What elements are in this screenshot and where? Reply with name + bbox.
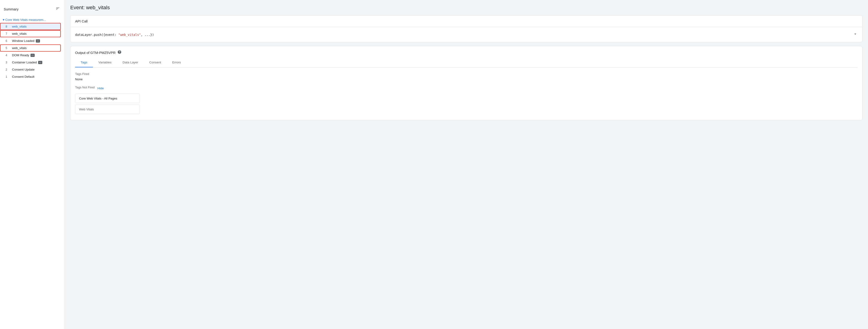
chevron-icon: ▾ bbox=[3, 18, 4, 22]
sidebar: Summary ▾ Core Web Vitals measurem... 8 … bbox=[0, 0, 65, 329]
api-call-body: dataLayer.push({event: "web_vitals", ...… bbox=[70, 27, 862, 42]
output-card: Output of GTM-PMZ5VPR Tags Variables Dat… bbox=[70, 46, 863, 120]
sidebar-item-3[interactable]: 3 Container Loaded bbox=[0, 59, 63, 66]
item-number-5: 5 bbox=[5, 46, 10, 50]
sidebar-item-4[interactable]: 4 DOM Ready bbox=[0, 52, 63, 59]
item-label-6: Window Loaded bbox=[12, 39, 34, 43]
tab-tags[interactable]: Tags bbox=[75, 58, 93, 67]
sidebar-item-5[interactable]: 5 web_vitals bbox=[0, 45, 61, 52]
sidebar-group-header[interactable]: ▾ Core Web Vitals measurem... bbox=[0, 17, 64, 23]
tags-not-fired-label: Tags Not Fired bbox=[75, 86, 95, 89]
tab-data-layer[interactable]: Data Layer bbox=[117, 58, 144, 67]
group-label: Core Web Vitals measurem... bbox=[5, 18, 46, 22]
code-badge-3 bbox=[38, 61, 42, 64]
api-call-card: API Call dataLayer.push({event: "web_vit… bbox=[70, 15, 863, 42]
item-label-8: web_vitals bbox=[12, 25, 27, 28]
filter-icon bbox=[56, 6, 60, 11]
hide-link[interactable]: Hide bbox=[97, 86, 104, 90]
item-label-2: Consent Update bbox=[12, 68, 35, 71]
item-label-5: web_vitals bbox=[12, 46, 27, 50]
item-number-1: 1 bbox=[5, 75, 10, 78]
tab-errors[interactable]: Errors bbox=[166, 58, 186, 67]
api-call-code: dataLayer.push({event: "web_vitals", ...… bbox=[75, 33, 154, 36]
sidebar-item-1[interactable]: 1 Consent Default bbox=[0, 73, 63, 80]
item-label-3: Container Loaded bbox=[12, 61, 37, 64]
expand-api-button[interactable] bbox=[853, 32, 858, 37]
code-badge-4 bbox=[31, 54, 35, 57]
sidebar-item-8[interactable]: 8 web_vitals bbox=[0, 23, 61, 30]
sidebar-item-2[interactable]: 2 Consent Update bbox=[0, 66, 63, 73]
item-number-4: 4 bbox=[5, 53, 10, 57]
output-title: Output of GTM-PMZ5VPR bbox=[75, 50, 858, 55]
tags-fired-none: None bbox=[75, 78, 858, 81]
tags-content: Tags Fired None Tags Not Fired Hide Core… bbox=[70, 67, 862, 120]
item-label-4: DOM Ready bbox=[12, 53, 29, 57]
tags-fired-label: Tags Fired bbox=[75, 72, 858, 76]
tag-item-web-vitals[interactable]: Web Vitals bbox=[75, 105, 140, 114]
item-label-1: Consent Default bbox=[12, 75, 34, 78]
api-call-header: API Call bbox=[70, 16, 862, 27]
filter-button[interactable] bbox=[55, 5, 61, 13]
item-number-3: 3 bbox=[5, 61, 10, 64]
item-number-8: 8 bbox=[5, 25, 10, 28]
output-title-text: Output of GTM-PMZ5VPR bbox=[75, 51, 116, 55]
code-suffix: , ...}) bbox=[141, 33, 154, 36]
code-badge-6 bbox=[36, 39, 40, 43]
tab-variables[interactable]: Variables bbox=[93, 58, 117, 67]
item-number-6: 6 bbox=[5, 39, 10, 43]
code-prefix: dataLayer.push({event: bbox=[75, 33, 118, 36]
chevron-down-icon bbox=[853, 32, 858, 36]
sidebar-title: Summary bbox=[4, 7, 19, 11]
tag-item-core-web-vitals[interactable]: Core Web Vitals - All Pages bbox=[75, 94, 140, 103]
page-title: Event: web_vitals bbox=[70, 5, 863, 11]
help-icon[interactable] bbox=[117, 50, 122, 55]
tags-not-fired-header: Tags Not Fired Hide bbox=[75, 86, 858, 91]
tab-consent[interactable]: Consent bbox=[144, 58, 166, 67]
code-string: "web_vitals" bbox=[118, 33, 141, 36]
sidebar-header: Summary bbox=[0, 4, 64, 17]
output-header: Output of GTM-PMZ5VPR Tags Variables Dat… bbox=[70, 46, 862, 67]
main-content: Event: web_vitals API Call dataLayer.pus… bbox=[65, 0, 868, 329]
item-number-2: 2 bbox=[5, 68, 10, 71]
output-tabs: Tags Variables Data Layer Consent Errors bbox=[75, 58, 858, 67]
item-number-7: 7 bbox=[5, 32, 10, 35]
item-label-7: web_vitals bbox=[12, 32, 27, 35]
sidebar-item-7[interactable]: 7 web_vitals bbox=[0, 30, 61, 37]
sidebar-item-6[interactable]: 6 Window Loaded bbox=[0, 37, 63, 45]
